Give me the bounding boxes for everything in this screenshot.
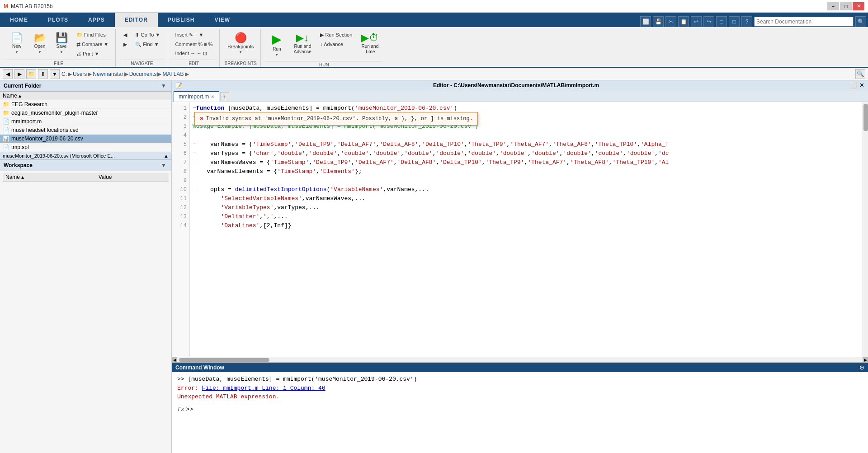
tab-editor[interactable]: EDITOR <box>115 13 158 27</box>
folder-item-eeg[interactable]: 📁EEG Research <box>0 100 171 109</box>
folder-item-eeglab[interactable]: 📁eeglab_musemonitor_plugin-master <box>0 109 171 117</box>
new-label: New <box>12 44 21 49</box>
forward-button[interactable]: ▶ <box>120 40 130 49</box>
fold-icon-6[interactable]: − <box>193 149 196 158</box>
tool-btn-2[interactable]: 💾 <box>653 16 664 27</box>
hscroll-left-button[interactable]: ◀ <box>172 357 177 363</box>
open-button[interactable]: 📂 Open ▼ <box>30 31 50 56</box>
save-button[interactable]: 💾 Save ▼ <box>52 31 71 56</box>
folder-item-musemonitor[interactable]: 📊museMonitor_2019-06-20.csv <box>0 135 171 143</box>
tool-btn-1[interactable]: ⬜ <box>640 16 651 27</box>
breakpoints-button[interactable]: 🔴 Breakpoints ▼ <box>224 31 257 56</box>
current-folder-menu-button[interactable]: ▼ <box>160 82 168 90</box>
editor-vscroll[interactable] <box>863 102 868 357</box>
breadcrumb-item-users[interactable]: Users <box>73 71 87 77</box>
nav-folder-button[interactable]: 📁 <box>26 69 36 79</box>
folder-item-headset[interactable]: 📄muse headset locations.ced <box>0 126 171 135</box>
tool-btn-8[interactable]: □ <box>729 16 740 27</box>
advance-button[interactable]: ↓ Advance <box>317 40 355 48</box>
breadcrumb: C: ▶ Users ▶ Newmanstar ▶ Documents ▶ MA… <box>61 71 189 77</box>
tool-btn-4[interactable]: 📋 <box>678 16 689 27</box>
editor-vscroll-thumb[interactable] <box>863 104 868 131</box>
folder-col-name[interactable]: Name ▴ <box>0 92 171 100</box>
table-row[interactable]: 📊museMonitor_2019-06-20.csv <box>0 135 171 143</box>
table-row[interactable]: 📁eeglab_musemonitor_plugin-master <box>0 109 171 117</box>
editor-tab-close[interactable]: ✕ <box>211 94 214 99</box>
run-time-button[interactable]: ▶⏱ Run and Time <box>357 31 382 57</box>
tab-plots[interactable]: PLOTS <box>38 13 78 27</box>
nav-forward-button[interactable]: ▶ <box>14 69 24 79</box>
add-tab-button[interactable]: + <box>220 92 229 101</box>
run-section-button[interactable]: ▶ Run Section <box>317 31 355 39</box>
insert-button[interactable]: Insert ✎ ≡ ▼ <box>172 31 216 39</box>
tool-btn-5[interactable]: ↩ <box>691 16 702 27</box>
indent-button[interactable]: Indent → ← ⊡ <box>172 49 216 58</box>
folder-status-expand[interactable]: ▲ <box>164 153 169 159</box>
folder-item-tmp[interactable]: 📄tmp.spl <box>0 143 171 152</box>
command-window-expand-button[interactable]: ⊕ <box>859 364 864 371</box>
find-button[interactable]: 🔍 Find ▼ <box>132 40 163 49</box>
back-button[interactable]: ◀ <box>120 31 130 39</box>
editor-tab-mmimport[interactable]: mmImport.m ✕ <box>174 91 219 102</box>
tool-btn-7[interactable]: □ <box>716 16 727 27</box>
nav-dropdown-button[interactable]: ▼ <box>50 69 60 79</box>
tool-btn-6[interactable]: ↪ <box>703 16 714 27</box>
minimize-button[interactable]: − <box>827 2 839 10</box>
fold-icon-7[interactable]: − <box>193 158 196 167</box>
compare-button[interactable]: ⇄ Compare ▼ <box>73 40 112 49</box>
code-editor[interactable]: 1 2 3 4 5 6 7 8 9 10 11 12 13 14 <box>172 102 868 357</box>
run-advance-button[interactable]: ▶↓ Run and Advance <box>290 31 315 57</box>
tool-btn-9[interactable]: ? <box>741 16 752 27</box>
editor-undock-button[interactable]: ⬜ <box>850 82 858 89</box>
run-advance-label: Run and Advance <box>294 44 311 55</box>
error-tooltip: ⊗ Invalid syntax at 'museMonitor_2019-06… <box>194 112 478 126</box>
maximize-button[interactable]: □ <box>840 2 852 10</box>
nav-back-button[interactable]: ◀ <box>3 69 13 79</box>
fold-icon-5[interactable]: − <box>193 140 196 149</box>
go-to-button[interactable]: ⬆ Go To ▼ <box>132 31 163 39</box>
ribbon-row: 📄 New ▼ 📂 Open ▼ 💾 Save ▼ 📁 Find Files ⇄… <box>0 27 868 67</box>
nav-up-button[interactable]: ⬆ <box>38 69 48 79</box>
command-input[interactable] <box>195 406 863 413</box>
search-button[interactable]: 🔍 <box>855 16 866 27</box>
workspace-menu-button[interactable]: ▼ <box>160 161 168 169</box>
table-row[interactable]: 📄muse headset locations.ced <box>0 126 171 135</box>
table-row[interactable]: 📁EEG Research <box>0 100 171 109</box>
cmd-error-link[interactable]: File: mmImport.m Line: 1 Column: 46 <box>202 385 326 392</box>
workspace-col-name[interactable]: Name ▴ <box>3 173 96 182</box>
new-button[interactable]: 📄 New ▼ <box>5 31 28 56</box>
fold-icon-1[interactable]: − <box>193 104 196 113</box>
code-content[interactable]: − function [museData, museElements] = mm… <box>190 102 863 357</box>
fold-icon-10[interactable]: − <box>193 185 196 194</box>
comment-button[interactable]: Comment % ≡ % <box>172 40 216 48</box>
close-button[interactable]: ✕ <box>853 2 864 10</box>
editor-close-button[interactable]: ✕ <box>859 82 864 89</box>
workspace-col-value[interactable]: Value <box>96 173 169 182</box>
breadcrumb-item-matlab[interactable]: MATLAB <box>162 71 184 77</box>
breadcrumb-item-newmanstar[interactable]: Newmanstar <box>93 71 123 77</box>
command-window-content[interactable]: >> [museData, museElements] = mmImport('… <box>172 372 868 453</box>
hscroll-right-button[interactable]: ▶ <box>863 357 868 363</box>
table-row[interactable]: 📄mmImport.m <box>0 117 171 126</box>
tab-publish[interactable]: PUBLISH <box>158 13 205 27</box>
tab-home[interactable]: HOME <box>0 13 38 27</box>
folder-status-text: museMonitor_2019-06-20.csv (Microsoft Of… <box>3 153 115 159</box>
new-dropdown-arrow: ▼ <box>15 50 19 54</box>
tab-view[interactable]: VIEW <box>205 13 241 27</box>
breadcrumb-item-documents[interactable]: Documents <box>129 71 157 77</box>
breadcrumb-item-c[interactable]: C: <box>61 71 67 77</box>
print-button[interactable]: 🖨 Print ▼ <box>73 50 112 58</box>
find-files-button[interactable]: 📁 Find Files <box>73 31 112 39</box>
run-button[interactable]: ▶ Run ▼ <box>265 31 288 59</box>
tool-btn-3[interactable]: ✂ <box>665 16 676 27</box>
table-row[interactable]: 📄tmp.spl <box>0 143 171 152</box>
editor-hscroll[interactable]: ◀ ▶ <box>172 357 868 362</box>
folder-item-mmimport[interactable]: 📄mmImport.m <box>0 117 171 126</box>
editor-container: 📝 Editor - C:\Users\Newmanstar\Documents… <box>172 80 868 363</box>
folder-status-bar: museMonitor_2019-06-20.csv (Microsoft Of… <box>0 152 171 159</box>
search-documentation-input[interactable] <box>754 17 854 27</box>
tab-apps[interactable]: APPS <box>78 13 115 27</box>
hscroll-thumb[interactable] <box>179 358 269 362</box>
nav-search-button[interactable]: 🔍 <box>855 69 865 79</box>
window-title-text: MATLAB R2015b <box>11 3 53 9</box>
